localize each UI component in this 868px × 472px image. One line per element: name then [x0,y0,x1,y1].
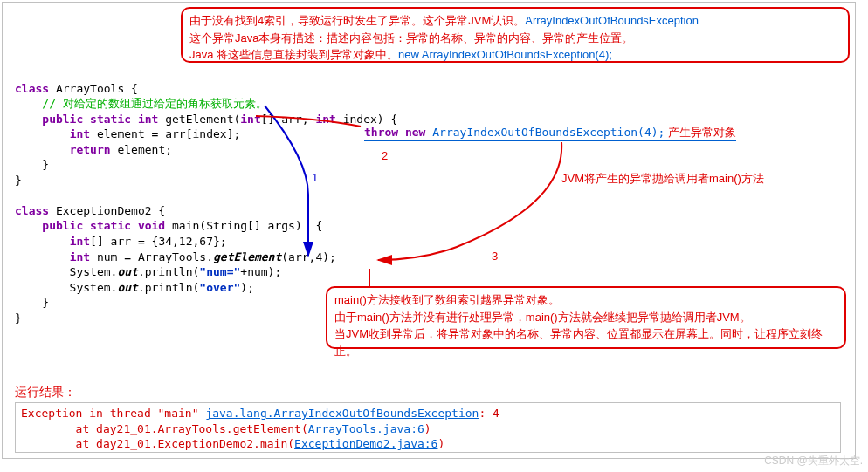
t [15,235,70,248]
t: System. [15,281,117,294]
cls: ExceptionDemo2 { [49,204,165,217]
jvm-annotation: JVM将产生的异常抛给调用者main()方法 [561,171,764,187]
kw: class [15,204,49,217]
step-3-label: 3 [492,250,498,263]
t: System. [15,265,117,278]
t: } [15,174,22,187]
t: ); [240,281,254,294]
annot-text: Java 将这些信息直接封装到异常对象中。 [189,48,398,61]
kw: int [70,250,90,263]
stack: ) [424,422,431,435]
t: .println( [138,281,199,294]
static: out [117,265,137,278]
watermark: CSDN @失重外太空. [764,454,863,469]
t: main(String[] args) { [165,219,322,232]
t [131,219,138,232]
kw: class [15,82,49,95]
document-frame: 由于没有找到4索引，导致运行时发生了异常。这个异常JVM认识。ArrayInde… [2,2,856,459]
kw: public static [42,113,131,126]
annot-text: main()方法接收到了数组索引越界异常对象。 [334,293,560,306]
exception-name: ArrayIndexOutOfBoundsException [525,14,699,27]
t: .println( [138,265,199,278]
kw: void [138,219,165,232]
cls: ArrayTools { [49,82,138,95]
str: "over" [199,281,240,294]
t: getElement( [158,113,240,126]
static: out [117,281,137,294]
exc: Exception in thread "main" [21,407,205,420]
t: } [15,158,49,171]
console-output: Exception in thread "main" java.lang.Arr… [15,402,841,453]
kw: int [70,235,90,248]
t [15,113,42,126]
kw: int [70,127,90,140]
kw: public static [42,219,131,232]
t: element = arr[index]; [90,127,240,140]
comment: // 对给定的数组通过给定的角标获取元素。 [15,97,267,110]
kw: int [315,113,335,126]
stack: ) [437,437,444,450]
stack: at day21_01.ArrayTools.getElement( [21,422,308,435]
t [15,219,42,232]
str: "num=" [199,265,240,278]
kw: int [138,113,158,126]
annot-text: 当JVM收到异常后，将异常对象中的名称、异常内容、位置都显示在屏幕上。同时，让程… [334,327,823,358]
exception-code: new ArrayIndexOutOfBoundsException(4); [398,48,612,61]
t: [] arr = {34,12,67}; [90,235,227,248]
throw-annotation: throw new ArrayIndexOutOfBoundsException… [364,125,736,141]
t [15,127,70,140]
result-heading: 运行结果： [15,385,76,400]
kw: throw new [364,126,432,139]
stack: at day21_01.ExceptionDemo2.main( [21,437,294,450]
annot-text: 由于没有找到4索引，导致运行时发生了异常。这个异常JVM认识。 [189,14,525,27]
t: [] arr, [261,113,316,126]
exc-link: java.lang.ArrayIndexOutOfBoundsException [205,407,479,420]
annotation-mid-box: main()方法接收到了数组索引越界异常对象。 由于main()方法并没有进行处… [326,286,846,349]
t: element; [111,143,172,156]
t: num = ArrayTools. [90,250,213,263]
t: +num); [240,265,281,278]
step-2-label: 2 [382,149,388,162]
annot-text: 由于main()方法并没有进行处理异常，main()方法就会继续把异常抛给调用者… [334,311,751,324]
kw: int [240,113,260,126]
annotation-top-box: 由于没有找到4索引，导致运行时发生了异常。这个异常JVM认识。ArrayInde… [181,7,850,63]
t [15,250,70,263]
t: } [15,296,49,309]
stack-link: ArrayTools.java:6 [308,422,424,435]
exc: : 4 [479,407,499,420]
stack-link: ExceptionDemo2.java:6 [294,437,437,450]
t: } [15,311,22,325]
step-1-label: 1 [312,171,318,184]
t: (arr,4); [281,250,336,263]
exception: ArrayIndexOutOfBoundsException(4); [432,126,665,139]
static: getElement [213,250,281,263]
t [131,113,138,126]
kw: return [70,143,111,156]
annot: 产生异常对象 [665,126,736,139]
t: index) { [336,113,397,126]
annot-text: 这个异常Java本身有描述：描述内容包括：异常的名称、异常的内容、异常的产生位置… [189,31,633,44]
t [15,143,70,156]
